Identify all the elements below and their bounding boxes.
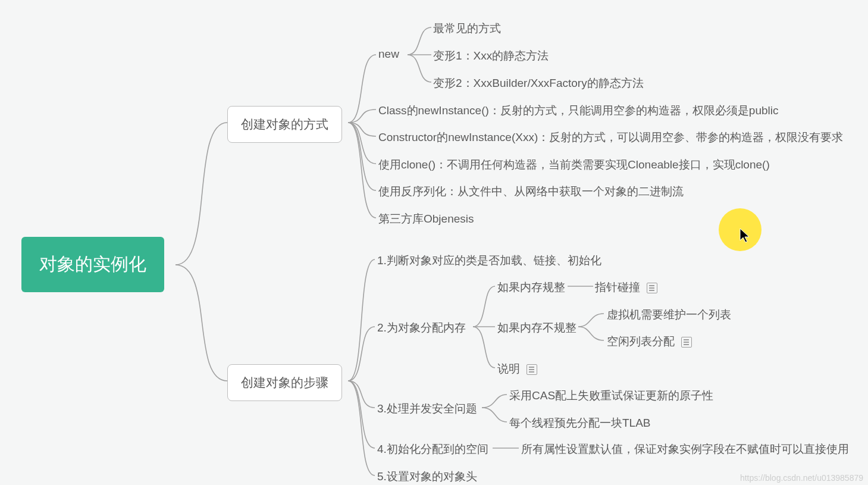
step-2[interactable]: 2.为对象分配内存 <box>377 320 466 336</box>
step-3[interactable]: 3.处理并发安全问题 <box>377 401 477 417</box>
node-constructor-newinstance[interactable]: Constructor的newInstance(Xxx)：反射的方式，可以调用空… <box>378 130 843 145</box>
cursor-highlight <box>719 208 762 251</box>
note-icon[interactable] <box>647 283 657 293</box>
node-class-newinstance[interactable]: Class的newInstance()：反射的方式，只能调用空参的构造器，权限必… <box>378 103 779 118</box>
step-2-a3[interactable]: 说明 <box>497 361 537 377</box>
branch-creation-methods[interactable]: 创建对象的方式 <box>227 106 342 143</box>
node-clone[interactable]: 使用clone()：不调用任何构造器，当前类需要实现Cloneable接口，实现… <box>378 157 770 173</box>
step-2-a1[interactable]: 如果内存规整 <box>497 280 565 295</box>
node-deserialize[interactable]: 使用反序列化：从文件中、从网络中获取一个对象的二进制流 <box>378 184 684 199</box>
node-new[interactable]: new <box>378 48 399 61</box>
branch2-title: 创建对象的步骤 <box>241 376 328 389</box>
watermark: https://blog.csdn.net/u013985879 <box>740 473 863 483</box>
root-title: 对象的实例化 <box>39 254 146 274</box>
branch1-title: 创建对象的方式 <box>241 117 328 131</box>
step-5[interactable]: 5.设置对象的对象头 <box>377 469 477 484</box>
step-2-a2-c2[interactable]: 空闲列表分配 <box>607 334 692 349</box>
branch-creation-steps[interactable]: 创建对象的步骤 <box>227 364 342 401</box>
step-4[interactable]: 4.初始化分配到的空间 <box>377 442 488 457</box>
step-2-a2-c1[interactable]: 虚拟机需要维护一个列表 <box>607 307 731 323</box>
step-2-a2[interactable]: 如果内存不规整 <box>497 320 576 336</box>
node-objenesis[interactable]: 第三方库Objenesis <box>378 211 474 227</box>
step-1[interactable]: 1.判断对象对应的类是否加载、链接、初始化 <box>377 253 601 268</box>
step-3-c1[interactable]: 采用CAS配上失败重试保证更新的原子性 <box>509 388 713 403</box>
step-3-c2[interactable]: 每个线程预先分配一块TLAB <box>509 415 651 431</box>
node-new-variant1[interactable]: 变形1：Xxx的静态方法 <box>433 48 549 64</box>
step-4-child[interactable]: 所有属性设置默认值，保证对象实例字段在不赋值时可以直接使用 <box>521 442 849 457</box>
root-node[interactable]: 对象的实例化 <box>21 237 164 292</box>
node-new-variant2[interactable]: 变形2：XxxBuilder/XxxFactory的静态方法 <box>433 76 644 91</box>
note-icon[interactable] <box>527 364 537 375</box>
node-new-common[interactable]: 最常见的方式 <box>433 21 501 36</box>
note-icon[interactable] <box>681 337 692 348</box>
step-2-a1-child[interactable]: 指针碰撞 <box>595 280 657 295</box>
